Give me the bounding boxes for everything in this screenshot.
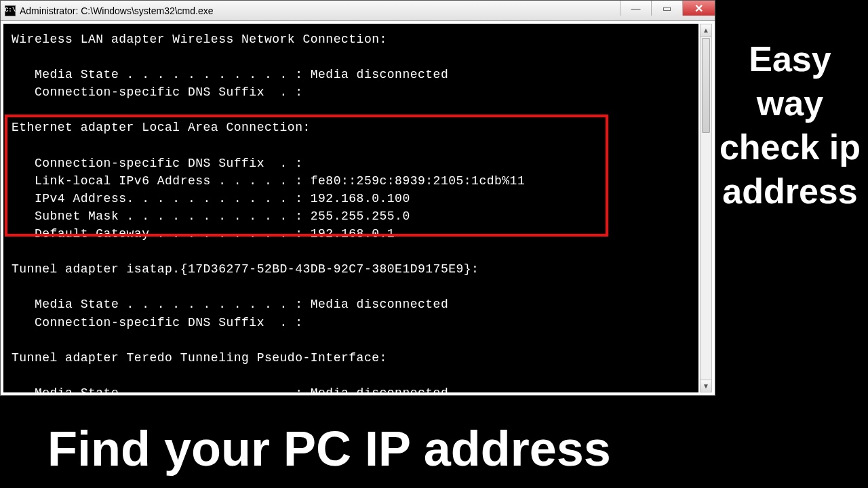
bottom-caption: Find your PC IP address xyxy=(47,422,611,476)
terminal-line: Media State . . . . . . . . . . . : Medi… xyxy=(12,384,690,392)
terminal-line: Tunnel adapter isatap.{17D36277-52BD-43D… xyxy=(12,260,690,278)
minimize-button[interactable]: — xyxy=(620,1,651,16)
terminal-line xyxy=(12,278,690,296)
cmd-prompt-icon: C:\ xyxy=(5,5,16,16)
minimize-icon: — xyxy=(631,3,641,14)
titlebar[interactable]: C:\ Administrator: C:\Windows\system32\c… xyxy=(1,1,715,21)
maximize-button[interactable]: ▭ xyxy=(651,1,682,16)
terminal-line xyxy=(12,243,690,260)
cmd-window: C:\ Administrator: C:\Windows\system32\c… xyxy=(0,0,715,396)
terminal-line: Link-local IPv6 Address . . . . . : fe80… xyxy=(12,172,690,190)
vertical-scrollbar[interactable]: ▲ ▼ xyxy=(700,24,712,392)
terminal-line: Tunnel adapter Teredo Tunneling Pseudo-I… xyxy=(12,349,690,367)
scroll-up-icon[interactable]: ▲ xyxy=(701,24,711,37)
scroll-down-icon[interactable]: ▼ xyxy=(701,380,711,392)
maximize-icon: ▭ xyxy=(663,3,671,14)
terminal-line xyxy=(12,101,690,119)
terminal-line: Connection-specific DNS Suffix . : xyxy=(12,83,690,101)
terminal-line xyxy=(12,367,690,384)
terminal-output[interactable]: Wireless LAN adapter Wireless Network Co… xyxy=(3,24,698,392)
close-button[interactable]: ✕ xyxy=(682,1,715,16)
terminal-line: Wireless LAN adapter Wireless Network Co… xyxy=(12,30,690,48)
terminal-line: Ethernet adapter Local Area Connection: xyxy=(12,119,690,136)
terminal-line xyxy=(12,48,690,66)
side-caption: Easy way check ip address xyxy=(712,37,868,214)
window-client-area: Wireless LAN adapter Wireless Network Co… xyxy=(1,21,715,395)
terminal-line: Media State . . . . . . . . . . . : Medi… xyxy=(12,66,690,83)
terminal-line: Connection-specific DNS Suffix . : xyxy=(12,314,690,331)
window-title: Administrator: C:\Windows\system32\cmd.e… xyxy=(20,5,620,16)
terminal-line: Default Gateway . . . . . . . . . : 192.… xyxy=(12,225,690,243)
thumbnail-stage: C:\ Administrator: C:\Windows\system32\c… xyxy=(0,0,868,488)
scrollbar-thumb[interactable] xyxy=(702,38,710,133)
close-icon: ✕ xyxy=(694,2,703,15)
terminal-line: Subnet Mask . . . . . . . . . . . : 255.… xyxy=(12,207,690,225)
terminal-line xyxy=(12,331,690,349)
terminal-line: Media State . . . . . . . . . . . : Medi… xyxy=(12,296,690,313)
window-buttons: — ▭ ✕ xyxy=(620,1,715,20)
terminal-line xyxy=(12,137,690,155)
terminal-line: IPv4 Address. . . . . . . . . . . : 192.… xyxy=(12,190,690,207)
terminal-line: Connection-specific DNS Suffix . : xyxy=(12,155,690,172)
